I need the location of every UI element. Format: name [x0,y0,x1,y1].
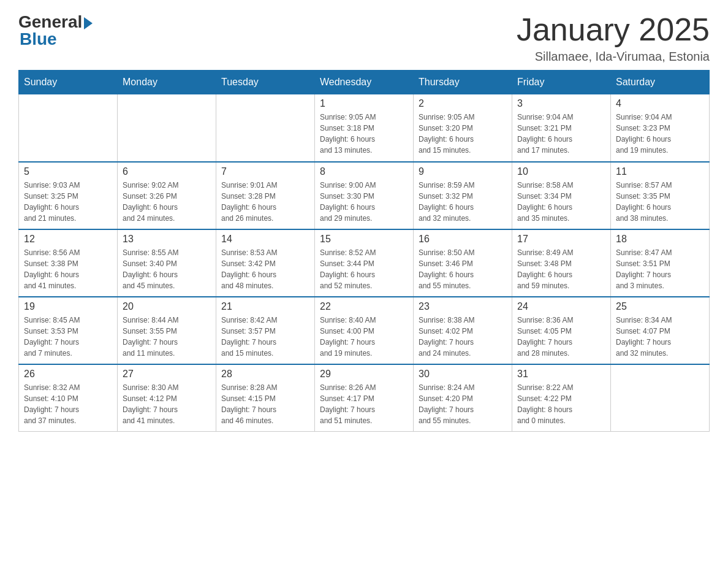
day-number: 26 [24,369,112,380]
title-section: January 2025 Sillamaee, Ida-Virumaa, Est… [517,12,710,64]
calendar-cell [19,94,118,162]
calendar-cell: 1Sunrise: 9:05 AM Sunset: 3:18 PM Daylig… [315,94,414,162]
day-number: 6 [123,166,211,177]
day-number: 14 [221,234,309,245]
day-number: 13 [123,234,211,245]
calendar-week-4: 19Sunrise: 8:45 AM Sunset: 3:53 PM Dayli… [19,297,710,364]
day-info: Sunrise: 8:56 AM Sunset: 3:38 PM Dayligh… [24,247,112,291]
calendar-cell: 19Sunrise: 8:45 AM Sunset: 3:53 PM Dayli… [19,297,118,364]
day-info: Sunrise: 8:28 AM Sunset: 4:15 PM Dayligh… [221,382,309,426]
calendar-cell: 13Sunrise: 8:55 AM Sunset: 3:40 PM Dayli… [118,229,216,297]
calendar-cell: 4Sunrise: 9:04 AM Sunset: 3:23 PM Daylig… [611,94,710,162]
day-info: Sunrise: 9:05 AM Sunset: 3:20 PM Dayligh… [419,112,507,156]
calendar-cell: 2Sunrise: 9:05 AM Sunset: 3:20 PM Daylig… [414,94,512,162]
calendar-header-saturday: Saturday [611,71,710,94]
day-number: 28 [221,369,309,380]
day-info: Sunrise: 9:02 AM Sunset: 3:26 PM Dayligh… [123,180,211,224]
calendar-cell: 12Sunrise: 8:56 AM Sunset: 3:38 PM Dayli… [19,229,118,297]
calendar-week-1: 1Sunrise: 9:05 AM Sunset: 3:18 PM Daylig… [19,94,710,162]
calendar-table: SundayMondayTuesdayWednesdayThursdayFrid… [18,70,710,432]
calendar-cell: 11Sunrise: 8:57 AM Sunset: 3:35 PM Dayli… [611,162,710,229]
day-info: Sunrise: 8:49 AM Sunset: 3:48 PM Dayligh… [517,247,605,291]
day-number: 11 [616,166,704,177]
day-info: Sunrise: 8:22 AM Sunset: 4:22 PM Dayligh… [517,382,605,426]
calendar-week-5: 26Sunrise: 8:32 AM Sunset: 4:10 PM Dayli… [19,364,710,432]
day-info: Sunrise: 8:45 AM Sunset: 3:53 PM Dayligh… [24,315,112,359]
day-number: 2 [419,98,507,109]
calendar-cell: 16Sunrise: 8:50 AM Sunset: 3:46 PM Dayli… [414,229,512,297]
day-info: Sunrise: 8:50 AM Sunset: 3:46 PM Dayligh… [419,247,507,291]
day-info: Sunrise: 8:40 AM Sunset: 4:00 PM Dayligh… [320,315,408,359]
page-header: General Blue January 2025 Sillamaee, Ida… [18,12,710,64]
day-number: 16 [419,234,507,245]
calendar-cell: 27Sunrise: 8:30 AM Sunset: 4:12 PM Dayli… [118,364,216,432]
logo: General Blue [18,12,93,49]
day-info: Sunrise: 9:00 AM Sunset: 3:30 PM Dayligh… [320,180,408,224]
day-info: Sunrise: 8:24 AM Sunset: 4:20 PM Dayligh… [419,382,507,426]
calendar-header-tuesday: Tuesday [216,71,315,94]
day-number: 21 [221,301,309,312]
day-info: Sunrise: 8:59 AM Sunset: 3:32 PM Dayligh… [419,180,507,224]
calendar-week-2: 5Sunrise: 9:03 AM Sunset: 3:25 PM Daylig… [19,162,710,229]
subtitle: Sillamaee, Ida-Virumaa, Estonia [517,50,710,64]
day-info: Sunrise: 8:58 AM Sunset: 3:34 PM Dayligh… [517,180,605,224]
day-info: Sunrise: 8:44 AM Sunset: 3:55 PM Dayligh… [123,315,211,359]
day-info: Sunrise: 9:03 AM Sunset: 3:25 PM Dayligh… [24,180,112,224]
calendar-cell [118,94,216,162]
day-number: 25 [616,301,704,312]
day-number: 5 [24,166,112,177]
calendar-cell: 15Sunrise: 8:52 AM Sunset: 3:44 PM Dayli… [315,229,414,297]
calendar-cell: 31Sunrise: 8:22 AM Sunset: 4:22 PM Dayli… [512,364,611,432]
calendar-cell: 28Sunrise: 8:28 AM Sunset: 4:15 PM Dayli… [216,364,315,432]
day-info: Sunrise: 8:34 AM Sunset: 4:07 PM Dayligh… [616,315,704,359]
calendar-header-thursday: Thursday [414,71,512,94]
day-number: 12 [24,234,112,245]
day-info: Sunrise: 8:52 AM Sunset: 3:44 PM Dayligh… [320,247,408,291]
day-info: Sunrise: 8:26 AM Sunset: 4:17 PM Dayligh… [320,382,408,426]
day-info: Sunrise: 9:04 AM Sunset: 3:21 PM Dayligh… [517,112,605,156]
calendar-cell: 9Sunrise: 8:59 AM Sunset: 3:32 PM Daylig… [414,162,512,229]
day-info: Sunrise: 8:55 AM Sunset: 3:40 PM Dayligh… [123,247,211,291]
day-info: Sunrise: 8:57 AM Sunset: 3:35 PM Dayligh… [616,180,704,224]
calendar-cell: 25Sunrise: 8:34 AM Sunset: 4:07 PM Dayli… [611,297,710,364]
calendar-header-friday: Friday [512,71,611,94]
page-title: January 2025 [517,12,710,47]
calendar-header-row: SundayMondayTuesdayWednesdayThursdayFrid… [19,71,710,94]
day-info: Sunrise: 8:42 AM Sunset: 3:57 PM Dayligh… [221,315,309,359]
logo-arrow-icon [84,17,93,29]
day-number: 31 [517,369,605,380]
day-number: 15 [320,234,408,245]
calendar-cell [216,94,315,162]
calendar-cell: 6Sunrise: 9:02 AM Sunset: 3:26 PM Daylig… [118,162,216,229]
calendar-cell: 22Sunrise: 8:40 AM Sunset: 4:00 PM Dayli… [315,297,414,364]
calendar-cell: 5Sunrise: 9:03 AM Sunset: 3:25 PM Daylig… [19,162,118,229]
calendar-cell: 29Sunrise: 8:26 AM Sunset: 4:17 PM Dayli… [315,364,414,432]
day-info: Sunrise: 8:53 AM Sunset: 3:42 PM Dayligh… [221,247,309,291]
day-number: 1 [320,98,408,109]
day-number: 30 [419,369,507,380]
day-number: 22 [320,301,408,312]
calendar-cell: 21Sunrise: 8:42 AM Sunset: 3:57 PM Dayli… [216,297,315,364]
day-number: 27 [123,369,211,380]
calendar-cell: 14Sunrise: 8:53 AM Sunset: 3:42 PM Dayli… [216,229,315,297]
day-number: 4 [616,98,704,109]
day-info: Sunrise: 8:38 AM Sunset: 4:02 PM Dayligh… [419,315,507,359]
day-info: Sunrise: 8:32 AM Sunset: 4:10 PM Dayligh… [24,382,112,426]
calendar-cell: 24Sunrise: 8:36 AM Sunset: 4:05 PM Dayli… [512,297,611,364]
day-number: 8 [320,166,408,177]
calendar-cell: 18Sunrise: 8:47 AM Sunset: 3:51 PM Dayli… [611,229,710,297]
day-number: 10 [517,166,605,177]
day-number: 20 [123,301,211,312]
day-number: 19 [24,301,112,312]
day-info: Sunrise: 8:47 AM Sunset: 3:51 PM Dayligh… [616,247,704,291]
day-number: 3 [517,98,605,109]
calendar-cell: 20Sunrise: 8:44 AM Sunset: 3:55 PM Dayli… [118,297,216,364]
calendar-cell: 17Sunrise: 8:49 AM Sunset: 3:48 PM Dayli… [512,229,611,297]
logo-blue: Blue [18,29,57,49]
calendar-cell: 7Sunrise: 9:01 AM Sunset: 3:28 PM Daylig… [216,162,315,229]
day-number: 29 [320,369,408,380]
day-number: 7 [221,166,309,177]
calendar-week-3: 12Sunrise: 8:56 AM Sunset: 3:38 PM Dayli… [19,229,710,297]
day-number: 23 [419,301,507,312]
day-number: 18 [616,234,704,245]
